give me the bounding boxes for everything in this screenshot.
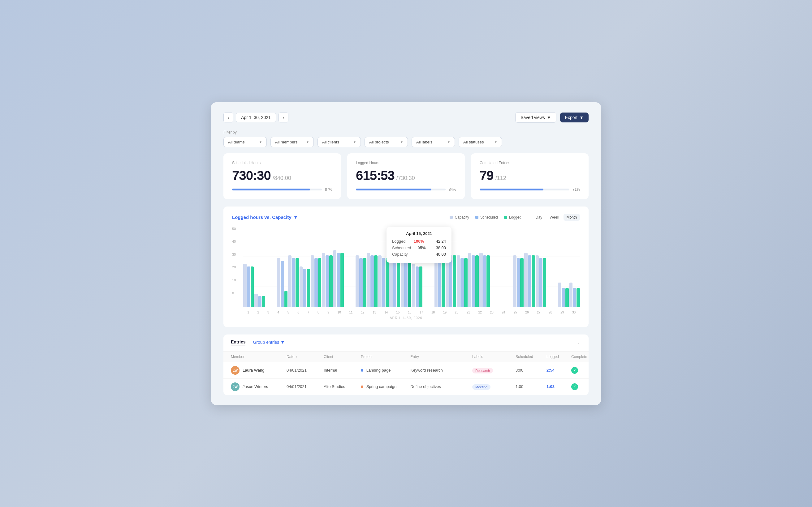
chart-x-title: APRIL 1–30, 2020	[232, 316, 580, 320]
col-member[interactable]: Member	[231, 354, 287, 359]
bar-group	[423, 307, 434, 307]
filter-statuses[interactable]: All statuses ▼	[459, 137, 502, 147]
filter-members[interactable]: All members ▼	[270, 137, 314, 147]
scheduled-cell: 1:00	[515, 384, 547, 389]
bar-scheduled	[337, 253, 340, 307]
capacity-dot	[450, 216, 453, 219]
bar-capacity	[457, 256, 460, 307]
chart-title[interactable]: Logged hours vs. Capacity ▼	[232, 215, 298, 220]
logged-cell: 1:03	[547, 384, 571, 389]
export-button[interactable]: Export ▼	[560, 113, 589, 122]
filter-projects[interactable]: All projects ▼	[364, 137, 408, 147]
filter-clients[interactable]: All clients ▼	[317, 137, 361, 147]
bar-capacity	[243, 264, 247, 307]
chart-tooltip: April 15, 2021 Logged 106% 42:24 Schedul…	[387, 227, 452, 263]
chart-header: Logged hours vs. Capacity ▼ Capacity Sch…	[232, 214, 580, 221]
tab-group-entries[interactable]: Group entries ▼	[253, 339, 285, 346]
filter-label: Filter by:	[223, 130, 589, 134]
col-project: Project	[361, 354, 410, 359]
complete-cell: ✓	[571, 367, 589, 374]
tab-entries[interactable]: Entries	[231, 339, 245, 346]
chart-area: 0 10 20 30 40 50 12345678910111213141516…	[232, 227, 580, 320]
bar-logged	[386, 258, 389, 307]
bar-capacity	[277, 258, 281, 307]
chevron-down-icon: ▼	[400, 140, 403, 144]
project-cell: Landing page	[361, 368, 410, 373]
more-options-button[interactable]: ⋮	[575, 339, 581, 346]
chevron-down-icon: ▼	[281, 340, 285, 345]
bar-scheduled	[325, 256, 329, 307]
bar-group	[558, 283, 568, 307]
bar-group	[547, 307, 557, 307]
entries-section: Entries Group entries ▼ ⋮ Member Date ↑ …	[223, 335, 589, 395]
bar-logged	[318, 258, 321, 307]
tooltip-row-scheduled: Scheduled 95% 38:00	[392, 245, 446, 250]
y-labels: 0 10 20 30 40 50	[232, 227, 241, 295]
bar-group	[468, 253, 479, 307]
bar-logged	[340, 253, 344, 307]
bar-group	[435, 256, 445, 307]
stat-card-logged: Logged Hours 615:53 /730:30 84%	[347, 153, 465, 199]
bar-logged	[531, 256, 535, 307]
bar-capacity	[524, 253, 527, 307]
col-entry: Entry	[410, 354, 472, 359]
legend-capacity: Capacity	[450, 215, 469, 220]
bar-capacity	[288, 256, 292, 307]
bar-capacity	[468, 253, 472, 307]
bar-capacity	[333, 250, 337, 307]
col-client: Client	[324, 354, 361, 359]
bar-logged	[363, 258, 366, 307]
bar-capacity	[479, 253, 483, 307]
bar-group	[536, 256, 546, 307]
prev-arrow[interactable]: ‹	[223, 113, 233, 122]
bar-scheduled	[314, 258, 318, 307]
chevron-down-icon: ▼	[306, 140, 309, 144]
bar-scheduled	[359, 258, 363, 307]
chevron-down-icon: ▼	[547, 115, 551, 120]
tab-day[interactable]: Day	[532, 214, 545, 221]
bar-group	[356, 256, 366, 307]
progress-fill	[356, 188, 432, 190]
tab-month[interactable]: Month	[563, 214, 580, 221]
complete-cell: ✓	[571, 383, 589, 390]
client-cell: Alto Studios	[324, 384, 361, 389]
bar-group	[491, 307, 501, 307]
bar-group	[389, 256, 400, 307]
bar-scheduled	[370, 256, 374, 307]
bar-logged	[565, 288, 569, 307]
filter-labels[interactable]: All labels ▼	[412, 137, 455, 147]
logged-cell: 2:54	[547, 368, 571, 373]
progress-fill	[479, 188, 543, 190]
filter-teams[interactable]: All teams ▼	[223, 137, 267, 147]
bar-logged	[442, 258, 445, 307]
bar-capacity	[254, 294, 258, 307]
project-dot	[361, 369, 363, 372]
bar-logged	[307, 269, 310, 307]
chevron-down-icon: ▼	[293, 215, 298, 220]
bar-group	[254, 294, 265, 307]
tooltip-row-capacity: Capacity 40:00	[392, 252, 446, 257]
bar-capacity	[322, 253, 325, 307]
bar-logged	[374, 256, 377, 307]
bar-scheduled	[539, 258, 543, 307]
bar-group	[266, 307, 276, 307]
bar-scheduled	[281, 261, 284, 307]
bar-scheduled	[517, 258, 520, 307]
bar-capacity	[300, 267, 303, 307]
date-cell: 04/01/2021	[287, 384, 324, 389]
tab-week[interactable]: Week	[547, 214, 562, 221]
next-arrow[interactable]: ›	[278, 113, 289, 122]
chevron-down-icon: ▼	[353, 140, 356, 144]
progress-bg	[479, 188, 569, 190]
progress-bg	[232, 188, 322, 190]
app-container: ‹ Apr 1–30, 2021 › Saved views ▼ Export …	[211, 102, 601, 405]
bar-logged	[285, 291, 288, 307]
stat-progress-completed: 71%	[479, 187, 580, 192]
x-labels: 1234567891011121314151617181920212223242…	[243, 311, 580, 314]
bar-group	[367, 253, 377, 307]
date-range-label[interactable]: Apr 1–30, 2021	[236, 113, 276, 122]
stat-value-scheduled: 730:30 /840:00	[232, 168, 333, 183]
bar-group	[502, 307, 512, 307]
saved-views-button[interactable]: Saved views ▼	[515, 112, 556, 123]
col-date[interactable]: Date ↑	[287, 354, 324, 359]
